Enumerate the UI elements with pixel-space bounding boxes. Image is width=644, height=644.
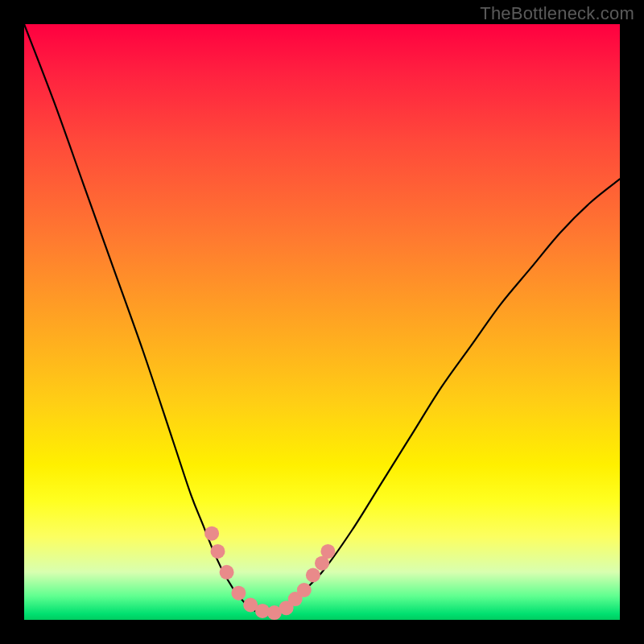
bead-icon <box>306 568 320 583</box>
bead-icon <box>204 526 219 541</box>
curve-layer <box>24 24 620 620</box>
bead-icon <box>231 586 246 601</box>
bead-icon <box>320 544 335 559</box>
watermark-text: TheBottleneck.com <box>480 3 634 24</box>
bottleneck-curve <box>24 24 620 615</box>
bead-icon <box>220 565 234 580</box>
chart-frame: TheBottleneck.com <box>0 0 644 644</box>
plot-area <box>24 24 620 620</box>
bead-icon <box>211 544 225 559</box>
bead-icon <box>297 583 312 597</box>
bead-cluster <box>204 526 335 620</box>
